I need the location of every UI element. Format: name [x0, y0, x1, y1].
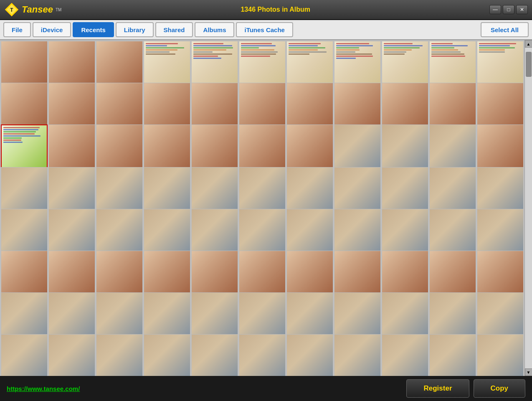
table-row[interactable] [48, 292, 95, 339]
table-row[interactable] [1, 334, 48, 376]
table-row[interactable] [334, 167, 381, 214]
table-row[interactable] [334, 334, 381, 376]
table-row[interactable] [429, 251, 476, 297]
table-row[interactable] [382, 334, 428, 376]
scroll-thumb[interactable] [526, 52, 532, 77]
table-row[interactable] [48, 209, 95, 256]
table-row[interactable] [382, 251, 428, 297]
table-row[interactable] [382, 209, 428, 256]
table-row[interactable] [96, 292, 143, 339]
table-row[interactable] [334, 209, 381, 256]
table-row[interactable] [1, 41, 48, 88]
table-row[interactable] [191, 251, 238, 297]
table-row[interactable] [1, 292, 48, 339]
table-row[interactable] [286, 41, 333, 88]
table-row[interactable] [144, 292, 190, 339]
table-row[interactable] [48, 167, 95, 214]
scroll-down-button[interactable]: ▼ [525, 368, 532, 376]
table-row[interactable] [48, 251, 95, 297]
tab-albums[interactable]: Albums [195, 22, 234, 37]
table-row[interactable] [334, 83, 381, 129]
table-row[interactable] [477, 83, 524, 129]
tab-file[interactable]: File [3, 22, 31, 37]
table-row[interactable] [429, 124, 476, 171]
table-row[interactable] [477, 209, 524, 256]
table-row[interactable] [1, 124, 48, 171]
table-row[interactable] [382, 83, 428, 129]
table-row[interactable] [239, 83, 286, 129]
table-row[interactable] [429, 209, 476, 256]
table-row[interactable] [334, 292, 381, 339]
table-row[interactable] [1, 251, 48, 297]
table-row[interactable] [429, 167, 476, 214]
table-row[interactable] [382, 124, 428, 171]
table-row[interactable] [96, 124, 143, 171]
table-row[interactable] [334, 124, 381, 171]
table-row[interactable] [191, 334, 238, 376]
scrollbar[interactable]: ▲ ▼ [524, 40, 532, 376]
tab-library[interactable]: Library [116, 22, 154, 37]
scroll-track[interactable] [525, 48, 532, 368]
table-row[interactable] [191, 83, 238, 129]
table-row[interactable] [286, 83, 333, 129]
minimize-button[interactable]: — [489, 5, 501, 14]
close-button[interactable]: ✕ [516, 5, 528, 14]
table-row[interactable] [429, 292, 476, 339]
table-row[interactable] [382, 41, 428, 88]
table-row[interactable] [477, 334, 524, 376]
select-all-button[interactable]: Select All [481, 22, 529, 37]
table-row[interactable] [96, 41, 143, 88]
maximize-button[interactable]: □ [503, 5, 514, 14]
table-row[interactable] [286, 251, 333, 297]
table-row[interactable] [239, 251, 286, 297]
table-row[interactable] [48, 41, 95, 88]
table-row[interactable] [144, 124, 190, 171]
table-row[interactable] [191, 41, 238, 88]
table-row[interactable] [96, 83, 143, 129]
table-row[interactable] [48, 334, 95, 376]
table-row[interactable] [286, 209, 333, 256]
table-row[interactable] [286, 334, 333, 376]
table-row[interactable] [239, 209, 286, 256]
table-row[interactable] [1, 167, 48, 214]
table-row[interactable] [382, 167, 428, 214]
tab-idevice[interactable]: iDevice [33, 22, 71, 37]
table-row[interactable] [144, 83, 190, 129]
table-row[interactable] [96, 251, 143, 297]
table-row[interactable] [286, 292, 333, 339]
table-row[interactable] [48, 83, 95, 129]
table-row[interactable] [429, 334, 476, 376]
photo-grid[interactable] [0, 40, 524, 376]
table-row[interactable] [334, 41, 381, 88]
table-row[interactable] [286, 124, 333, 171]
table-row[interactable] [144, 334, 190, 376]
table-row[interactable] [477, 167, 524, 214]
table-row[interactable] [477, 41, 524, 88]
table-row[interactable] [144, 41, 190, 88]
table-row[interactable] [191, 124, 238, 171]
table-row[interactable] [239, 292, 286, 339]
table-row[interactable] [1, 209, 48, 256]
table-row[interactable] [429, 41, 476, 88]
table-row[interactable] [239, 124, 286, 171]
table-row[interactable] [286, 167, 333, 214]
website-link[interactable]: https://www.tansee.com/ [7, 385, 402, 392]
table-row[interactable] [191, 167, 238, 214]
table-row[interactable] [144, 209, 190, 256]
table-row[interactable] [477, 124, 524, 171]
tab-itunes-cache[interactable]: iTunes Cache [236, 22, 293, 37]
table-row[interactable] [191, 292, 238, 339]
tab-shared[interactable]: Shared [155, 22, 193, 37]
register-button[interactable]: Register [406, 379, 469, 398]
table-row[interactable] [477, 292, 524, 339]
table-row[interactable] [334, 251, 381, 297]
table-row[interactable] [144, 167, 190, 214]
table-row[interactable] [96, 334, 143, 376]
table-row[interactable] [477, 251, 524, 297]
table-row[interactable] [239, 167, 286, 214]
scroll-up-button[interactable]: ▲ [525, 40, 532, 48]
copy-button[interactable]: Copy [474, 379, 526, 398]
table-row[interactable] [96, 209, 143, 256]
table-row[interactable] [239, 41, 286, 88]
table-row[interactable] [191, 209, 238, 256]
